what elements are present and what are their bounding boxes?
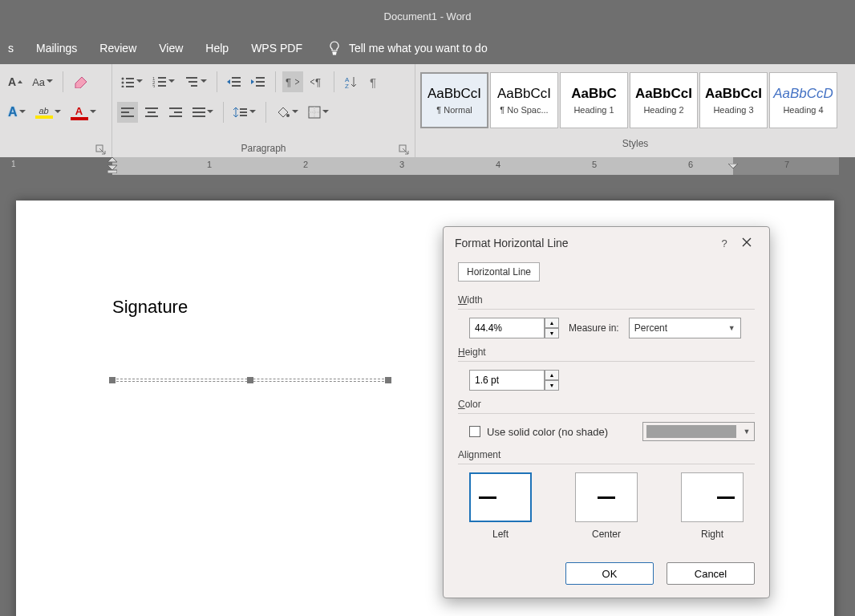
svg-rect-17 (232, 81, 241, 83)
ruler-mark: 2 (303, 160, 308, 169)
ruler-mark: 4 (496, 160, 500, 169)
height-spin-up[interactable]: ▲ (545, 370, 559, 380)
align-justify-button[interactable] (189, 102, 217, 123)
tab-view[interactable]: View (148, 42, 194, 55)
show-marks-button[interactable]: ¶ (365, 71, 386, 92)
svg-rect-2 (126, 78, 134, 79)
rtl-direction-button[interactable]: ¶ (306, 71, 327, 92)
style-normal[interactable]: AaBbCcI¶ Normal (420, 72, 488, 128)
solid-color-label: Use solid color (no shade) (487, 426, 608, 438)
right-indent-marker-icon[interactable] (728, 164, 738, 173)
sort-icon: AZ (345, 75, 358, 88)
measure-in-combo[interactable]: Percent ▼ (629, 318, 741, 338)
style-heading-1[interactable]: AaBbCHeading 1 (560, 72, 628, 128)
align-right-button[interactable] (165, 102, 186, 123)
svg-rect-27 (121, 107, 134, 109)
style-no-spacing[interactable]: AaBbCcI¶ No Spac... (490, 72, 558, 128)
highlight-button[interactable]: ab (32, 102, 64, 123)
horizontal-line-object[interactable] (112, 377, 388, 383)
svg-rect-15 (191, 85, 197, 87)
dialog-launcher-icon[interactable] (95, 144, 107, 156)
tab-wps-pdf[interactable]: WPS PDF (240, 42, 314, 55)
shading-button[interactable] (273, 102, 302, 123)
ltr-direction-button[interactable]: ¶ (282, 71, 303, 92)
tab-partial[interactable]: s (8, 42, 25, 55)
align-center-option[interactable]: Center (575, 472, 638, 540)
dialog-launcher-icon[interactable] (399, 144, 410, 156)
width-input[interactable] (469, 318, 545, 338)
increase-indent-button[interactable] (248, 71, 269, 92)
resize-handle-left[interactable] (109, 377, 115, 383)
numbering-button[interactable]: 123 (149, 71, 178, 92)
horizontal-ruler[interactable]: 1 1 2 3 4 5 6 7 (0, 157, 855, 175)
svg-rect-37 (192, 111, 205, 113)
borders-icon (308, 106, 321, 119)
color-swatch (646, 425, 736, 438)
width-spin-down[interactable]: ▼ (545, 328, 559, 338)
svg-point-5 (122, 86, 124, 88)
height-spinner[interactable]: ▲ ▼ (469, 370, 559, 391)
align-center-button[interactable] (141, 102, 162, 123)
height-input[interactable] (469, 370, 545, 391)
ruler-mark: 6 (688, 160, 693, 169)
ok-button[interactable]: OK (565, 562, 654, 585)
style-heading-4[interactable]: AaBbCcDHeading 4 (769, 72, 837, 128)
tell-me-search[interactable]: Tell me what you want to do (328, 41, 488, 55)
styles-gallery[interactable]: AaBbCcI¶ Normal AaBbCcI¶ No Spac... AaBb… (420, 69, 850, 135)
bucket-icon (276, 106, 290, 119)
change-case-button[interactable]: Aa (29, 71, 56, 92)
numbering-icon: 123 (152, 76, 167, 87)
width-spin-up[interactable]: ▲ (545, 318, 559, 328)
close-button[interactable] (735, 237, 758, 249)
style-heading-2[interactable]: AaBbCcIHeading 2 (630, 72, 698, 128)
tab-help[interactable]: Help (194, 42, 240, 55)
height-spin-down[interactable]: ▼ (545, 380, 559, 391)
font-color-button[interactable]: A (67, 102, 99, 123)
svg-rect-35 (169, 116, 182, 117)
decrease-indent-button[interactable] (224, 71, 245, 92)
svg-rect-47 (107, 170, 117, 173)
sort-button[interactable]: AZ (341, 71, 362, 92)
indent-marker-icon[interactable] (107, 157, 117, 173)
measure-value: Percent (634, 322, 728, 334)
measure-in-label: Measure in: (569, 322, 619, 334)
style-heading-3[interactable]: AaBbCcIHeading 3 (699, 72, 768, 128)
height-section-label: Height (458, 346, 755, 358)
dialog-titlebar[interactable]: Format Horizontal Line ? (444, 227, 769, 259)
styles-group-label: Styles (420, 135, 850, 152)
solid-color-checkbox[interactable] (469, 426, 480, 437)
align-right-option[interactable]: Right (681, 472, 744, 540)
resize-handle-right[interactable] (385, 377, 391, 383)
width-spinner[interactable]: ▲ ▼ (469, 318, 559, 338)
svg-rect-16 (232, 77, 241, 79)
align-left-button[interactable] (117, 102, 138, 123)
color-picker[interactable]: ▼ (642, 422, 755, 441)
align-left-icon (121, 107, 134, 117)
multilevel-list-button[interactable] (181, 71, 210, 92)
line-spacing-button[interactable] (230, 102, 259, 123)
svg-rect-41 (240, 115, 247, 116)
ruler-mark: 1 (207, 160, 212, 169)
line-spacing-icon (233, 107, 248, 118)
clear-formatting-button[interactable] (70, 71, 91, 92)
align-left-option[interactable]: Left (469, 472, 532, 540)
svg-rect-34 (174, 111, 182, 113)
borders-button[interactable] (305, 102, 332, 123)
ruler-mark: 1 (11, 160, 16, 168)
ribbon: A Aa A ab A (0, 64, 855, 157)
tab-mailings[interactable]: Mailings (25, 42, 88, 55)
svg-rect-8 (158, 77, 166, 79)
tab-horizontal-line[interactable]: Horizontal Line (458, 262, 540, 282)
bullets-button[interactable] (117, 71, 146, 92)
help-button[interactable]: ? (713, 237, 735, 249)
cancel-button[interactable]: Cancel (667, 562, 755, 585)
font-group: A Aa A ab A (0, 64, 112, 157)
grow-font-button[interactable]: A (5, 71, 26, 92)
multilevel-icon (184, 76, 199, 87)
paragraph-group-label: Paragraph (117, 140, 410, 157)
svg-rect-14 (188, 81, 197, 83)
tab-review[interactable]: Review (88, 42, 148, 55)
text-effects-button[interactable]: A (5, 102, 29, 123)
resize-handle-middle[interactable] (247, 377, 253, 383)
svg-rect-20 (256, 81, 265, 83)
